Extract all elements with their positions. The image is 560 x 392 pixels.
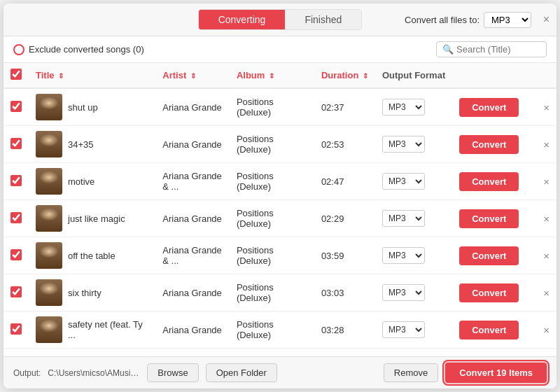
song-duration: 03:28 (314, 312, 375, 349)
album-art (36, 94, 62, 120)
songs-table: Title ⇕ Artist ⇕ Album ⇕ Duration ⇕ (4, 63, 556, 349)
album-art (36, 242, 62, 269)
song-artist: Ariana Grande (155, 312, 230, 349)
main-window: Converting Finished Convert all files to… (4, 4, 556, 388)
remove-row-button[interactable]: × (536, 237, 556, 274)
convert-button[interactable]: Convert (459, 172, 519, 191)
song-artist: Ariana Grande (155, 88, 230, 126)
exclude-circle-icon (13, 44, 24, 55)
album-sort-icon: ⇕ (269, 72, 274, 80)
footer: Output: C:\Users\micso\AMusicSoft ... Br… (4, 356, 556, 388)
song-album: Positions (Deluxe) (230, 163, 314, 200)
header-title[interactable]: Title ⇕ (29, 63, 155, 88)
browse-button[interactable]: Browse (147, 363, 198, 382)
song-title: motive (68, 176, 94, 187)
open-folder-button[interactable]: Open Folder (206, 363, 277, 382)
format-select[interactable]: MP3AACFLACWAVM4A (382, 284, 425, 301)
remove-row-button[interactable]: × (536, 312, 556, 349)
song-title: 34+35 (68, 139, 94, 150)
song-artist: Ariana Grande (155, 126, 230, 163)
output-path: C:\Users\micso\AMusicSoft ... (48, 368, 140, 378)
row-checkbox[interactable] (10, 101, 22, 112)
header-remove (536, 63, 556, 88)
song-duration: 02:47 (314, 163, 375, 200)
song-artist: Ariana Grande (155, 200, 230, 237)
song-album: Positions (Deluxe) (230, 200, 314, 237)
header-artist[interactable]: Artist ⇕ (155, 63, 230, 88)
remove-row-button[interactable]: × (536, 88, 556, 126)
tab-converting[interactable]: Converting (199, 10, 286, 29)
song-artist: Ariana Grande & ... (155, 163, 230, 200)
remove-row-button[interactable]: × (536, 200, 556, 237)
header-duration[interactable]: Duration ⇕ (314, 63, 375, 88)
song-album: Positions (Deluxe) (230, 126, 314, 163)
song-artist: Ariana Grande (155, 274, 230, 312)
format-select[interactable]: MP3AACFLACWAVM4A (382, 136, 425, 153)
format-select[interactable]: MP3AACFLACWAVM4A (382, 173, 425, 190)
select-all-checkbox[interactable] (10, 69, 22, 80)
table-body: shut upAriana GrandePositions (Deluxe)02… (4, 88, 556, 349)
remove-row-button[interactable]: × (536, 163, 556, 200)
table-row: six thirtyAriana GrandePositions (Deluxe… (4, 274, 556, 312)
row-checkbox[interactable] (10, 286, 22, 298)
format-select[interactable]: MP3AACFLACWAVM4A (382, 247, 425, 264)
row-checkbox[interactable] (10, 138, 22, 149)
song-duration: 02:53 (314, 126, 375, 163)
toolbar: Exclude converted songs (0) 🔍 (4, 36, 556, 63)
convert-button[interactable]: Convert (459, 321, 519, 340)
convert-all-items-button[interactable]: Convert 19 Items (445, 363, 547, 383)
row-checkbox[interactable] (10, 175, 22, 186)
song-duration: 02:29 (314, 200, 375, 237)
song-album: Positions (Deluxe) (230, 237, 314, 274)
table-container: Title ⇕ Artist ⇕ Album ⇕ Duration ⇕ (4, 63, 556, 356)
convert-all-label: Convert all files to: (405, 15, 479, 25)
remove-row-button[interactable]: × (536, 274, 556, 312)
format-select[interactable]: MP3AACFLACWAVM4A (382, 210, 425, 227)
header-album[interactable]: Album ⇕ (230, 63, 314, 88)
search-input[interactable] (456, 44, 540, 55)
song-duration: 03:03 (314, 274, 375, 312)
format-select[interactable]: MP3AACFLACWAVM4A (382, 99, 425, 115)
header-checkbox-cell (4, 63, 29, 88)
convert-all-section: Convert all files to: MP3 AAC FLAC WAV (405, 12, 531, 28)
table-row: off the tableAriana Grande & ...Position… (4, 237, 556, 274)
remove-button[interactable]: Remove (384, 363, 438, 382)
album-art (36, 168, 62, 195)
exclude-converted-button[interactable]: Exclude converted songs (0) (13, 44, 144, 55)
header-action (452, 63, 536, 88)
table-row: motiveAriana Grande & ...Positions (Delu… (4, 163, 556, 200)
album-art (36, 279, 62, 306)
convert-button[interactable]: Convert (459, 135, 519, 154)
song-album: Positions (Deluxe) (230, 274, 314, 312)
tab-finished[interactable]: Finished (285, 10, 361, 29)
table-row: 34+35Ariana GrandePositions (Deluxe)02:5… (4, 126, 556, 163)
album-art (36, 131, 62, 158)
close-button[interactable]: × (543, 13, 550, 26)
table-header-row: Title ⇕ Artist ⇕ Album ⇕ Duration ⇕ (4, 63, 556, 88)
convert-button[interactable]: Convert (459, 284, 519, 302)
table-row: just like magicAriana GrandePositions (D… (4, 200, 556, 237)
row-checkbox[interactable] (10, 212, 22, 223)
remove-row-button[interactable]: × (536, 126, 556, 163)
convert-button[interactable]: Convert (459, 98, 519, 117)
song-album: Positions (Deluxe) (230, 88, 314, 126)
song-title: off the table (68, 251, 115, 261)
song-duration: 02:37 (314, 88, 375, 126)
tab-group: Converting Finished (198, 9, 363, 30)
header-output-format: Output Format (375, 63, 452, 88)
search-icon: 🔍 (442, 44, 454, 55)
convert-button[interactable]: Convert (459, 209, 519, 228)
format-select[interactable]: MP3AACFLACWAVM4A (382, 321, 425, 338)
song-title: shut up (68, 102, 98, 113)
convert-button[interactable]: Convert (459, 246, 519, 265)
album-art (36, 316, 62, 343)
exclude-label: Exclude converted songs (0) (29, 44, 144, 55)
row-checkbox[interactable] (10, 249, 22, 260)
song-artist: Ariana Grande & ... (155, 237, 230, 274)
song-title: six thirty (68, 288, 102, 298)
row-checkbox[interactable] (10, 323, 22, 335)
table-row: shut upAriana GrandePositions (Deluxe)02… (4, 88, 556, 126)
song-duration: 03:59 (314, 237, 375, 274)
convert-all-format-select[interactable]: MP3 AAC FLAC WAV (484, 12, 531, 28)
duration-sort-icon: ⇕ (363, 72, 368, 80)
